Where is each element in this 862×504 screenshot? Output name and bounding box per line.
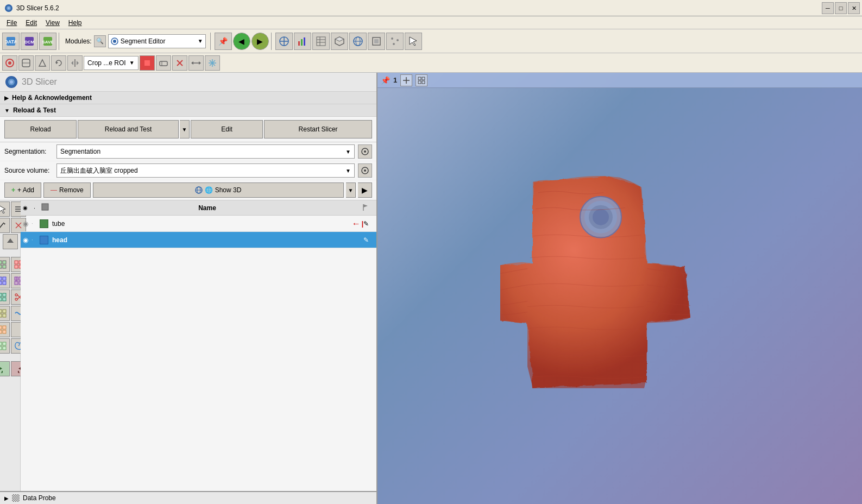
grid6-btn[interactable] xyxy=(0,306,10,321)
module-name: Segment Editor xyxy=(121,37,166,45)
crosshair-btn[interactable] xyxy=(275,33,293,50)
move-up-btn[interactable] xyxy=(3,234,18,249)
tube-segment-row[interactable]: ◉ · tube ← | ✎ xyxy=(21,216,376,232)
data-module-btn[interactable]: DATA xyxy=(2,33,20,50)
grid5-btn[interactable] xyxy=(0,289,10,305)
source-volume-refresh-btn[interactable] xyxy=(358,163,372,178)
select-tool-btn[interactable] xyxy=(0,201,10,217)
chart-btn[interactable] xyxy=(294,33,311,50)
show3d-button[interactable]: 🌐 Show 3D xyxy=(93,182,344,198)
crop-dropdown[interactable]: Crop ...e ROI ▼ xyxy=(84,56,139,70)
red-square-btn[interactable] xyxy=(140,55,155,71)
svg-rect-15 xyxy=(301,39,303,46)
3d-cube-btn[interactable] xyxy=(331,33,348,50)
minimize-button[interactable]: ─ xyxy=(822,2,834,14)
globe-btn[interactable] xyxy=(349,33,367,50)
toggle-btn[interactable] xyxy=(18,55,34,71)
dcm-btn[interactable]: DCM xyxy=(21,33,38,50)
col-flag-header xyxy=(362,203,374,212)
data-probe-section[interactable]: ▶ Data Probe xyxy=(0,491,376,504)
show3d-dropdown-arrow[interactable]: ▼ xyxy=(346,182,356,198)
scatter-btn[interactable] xyxy=(386,33,404,50)
edit-button[interactable]: Edit xyxy=(191,120,263,138)
nav-back-btn[interactable]: ◀ xyxy=(233,33,250,50)
show3d-nav-right[interactable]: ▶ xyxy=(358,182,372,198)
reload-and-test-button[interactable]: Reload and Test xyxy=(78,120,179,138)
show3d-label: 🌐 Show 3D xyxy=(205,186,241,194)
add-button[interactable]: + + Add xyxy=(4,182,41,198)
grid1-btn[interactable] xyxy=(0,257,10,272)
module-dropdown[interactable]: Segment Editor ▼ xyxy=(108,34,206,48)
svg-rect-79 xyxy=(15,265,18,268)
paint-btn[interactable] xyxy=(2,55,17,71)
pencil-tool-btn[interactable] xyxy=(0,218,10,233)
svg-point-95 xyxy=(15,298,17,300)
source-volume-label: Source volume: xyxy=(4,167,53,174)
svg-rect-14 xyxy=(298,41,300,46)
menu-file[interactable]: File xyxy=(2,18,21,28)
maximize-button[interactable]: □ xyxy=(835,2,847,14)
col-vis-header: ◉ xyxy=(23,205,34,211)
head-edit-btn[interactable]: ✎ xyxy=(363,236,374,244)
pin-btn[interactable]: 📌 xyxy=(215,33,232,50)
svg-rect-101 xyxy=(3,314,6,317)
source-volume-dropdown[interactable]: 丘脑出血破入脑室 cropped ▼ xyxy=(56,163,355,178)
arrows-btn[interactable] xyxy=(188,55,204,71)
svg-rect-88 xyxy=(15,281,18,285)
remove-icon: — xyxy=(51,186,57,194)
segments-center: ◉ · Name ◉ · tube ← xyxy=(21,200,376,491)
add-label: + Add xyxy=(17,186,34,194)
eraser2-btn[interactable] xyxy=(156,55,171,71)
segmentation-value: Segmentation xyxy=(60,148,100,155)
svg-rect-73 xyxy=(0,261,2,264)
grid3-btn[interactable] xyxy=(0,273,10,288)
source-dropdown-arrow: ▼ xyxy=(345,168,351,174)
help-section-header[interactable]: ▶ Help & Acknowledgement xyxy=(0,92,376,104)
eraser-btn[interactable] xyxy=(35,55,50,71)
view-crosshair-btn[interactable] xyxy=(400,74,412,86)
menu-view[interactable]: View xyxy=(41,18,64,28)
svg-text:DCM: DCM xyxy=(24,40,35,45)
panel-header: 3D Slicer xyxy=(0,73,376,92)
help-collapsed-arrow: ▶ xyxy=(4,95,9,101)
grid7-btn[interactable] xyxy=(0,322,10,337)
flip-btn[interactable] xyxy=(67,55,83,71)
grid8-btn[interactable] xyxy=(0,338,10,354)
segmentation-dropdown[interactable]: Segmentation ▼ xyxy=(56,144,355,159)
app-icon xyxy=(4,4,13,12)
delete-btn[interactable] xyxy=(172,55,187,71)
reload-test-content: Reload Reload and Test ▼ Edit Restart Sl… xyxy=(0,117,376,142)
box-btn[interactable] xyxy=(368,33,385,50)
window-controls: ─ □ ✕ xyxy=(822,2,860,14)
svg-rect-17 xyxy=(317,37,325,46)
snowflake-btn[interactable] xyxy=(205,55,220,71)
reload-and-test-arrow-button[interactable]: ▼ xyxy=(180,120,190,138)
svg-rect-117 xyxy=(418,77,421,80)
save-btn[interactable]: SAVE xyxy=(39,33,56,50)
module-search-button[interactable]: 🔍 xyxy=(94,35,106,47)
menu-edit[interactable]: Edit xyxy=(21,18,41,28)
rotate-btn[interactable] xyxy=(51,55,66,71)
close-button[interactable]: ✕ xyxy=(848,2,860,14)
view-grid-btn[interactable] xyxy=(416,74,427,86)
tube-edit-btn[interactable]: ✎ xyxy=(363,220,374,228)
head-segment-row[interactable]: ◉ · head ✎ xyxy=(21,232,376,248)
modules-area: Modules: 🔍 Segment Editor ▼ xyxy=(65,34,206,48)
segmentation-refresh-btn[interactable] xyxy=(358,144,372,159)
menu-help[interactable]: Help xyxy=(64,18,86,28)
svg-point-55 xyxy=(10,80,13,84)
svg-rect-90 xyxy=(0,293,2,297)
remove-button[interactable]: — Remove xyxy=(43,182,91,198)
reload-test-section-header[interactable]: ▼ Reload & Test xyxy=(0,104,376,117)
reload-button[interactable]: Reload xyxy=(4,120,77,138)
table-btn[interactable] xyxy=(312,33,330,50)
cursor-btn[interactable] xyxy=(405,33,422,50)
nav-forward-btn[interactable]: ▶ xyxy=(251,33,269,50)
undo-btn[interactable] xyxy=(0,361,10,376)
tube-vis-eye: ◉ xyxy=(23,220,32,228)
svg-rect-77 xyxy=(15,261,18,264)
svg-line-67 xyxy=(0,223,4,228)
tube-dot: · xyxy=(32,220,38,226)
restart-slicer-button[interactable]: Restart Slicer xyxy=(264,120,372,138)
svg-rect-107 xyxy=(3,342,6,345)
